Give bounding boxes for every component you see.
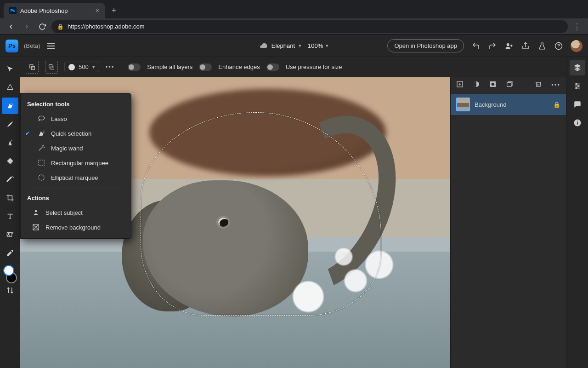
lock-icon[interactable]: 🔒	[553, 101, 560, 108]
quick-selection-icon	[37, 129, 45, 138]
subtract-from-selection-icon[interactable]	[45, 61, 58, 74]
more-options-icon[interactable]: •••	[106, 63, 115, 70]
color-swatches[interactable]	[2, 265, 18, 283]
svg-point-17	[43, 131, 44, 132]
rail-properties-icon[interactable]	[570, 78, 585, 94]
remove-bg-icon	[32, 223, 40, 231]
sample-all-layers-toggle[interactable]	[128, 63, 141, 71]
svg-point-10	[13, 178, 14, 178]
zoom-control[interactable]: 100% ▾	[308, 42, 328, 49]
rect-marquee-icon	[37, 159, 45, 167]
flyout-header: Selection tools	[21, 97, 131, 111]
svg-point-6	[11, 104, 12, 104]
svg-point-35	[576, 87, 577, 89]
svg-point-7	[12, 104, 13, 105]
invite-icon[interactable]	[504, 41, 514, 51]
foreground-swatch[interactable]	[3, 265, 14, 276]
add-layer-icon[interactable]	[456, 80, 464, 89]
beaker-icon[interactable]	[537, 41, 547, 51]
layers-panel-toolbar: •••	[451, 76, 566, 94]
fill-tool[interactable]	[2, 153, 18, 169]
panel-more-icon[interactable]: •••	[551, 81, 560, 88]
clone-stamp-tool[interactable]	[2, 134, 18, 151]
url-text: https://photoshop.adobe.com	[68, 23, 145, 30]
swap-colors-icon[interactable]	[2, 284, 18, 296]
url-bar[interactable]: 🔒 https://photoshop.adobe.com	[51, 20, 568, 33]
enhance-edges-toggle[interactable]	[199, 63, 212, 71]
fly-item-remove-background[interactable]: Remove background	[21, 220, 131, 235]
fly-label: Remove background	[45, 224, 101, 231]
undo-button[interactable]	[471, 41, 481, 51]
back-button[interactable]	[5, 20, 17, 33]
transform-tool[interactable]	[2, 79, 18, 96]
svg-point-8	[11, 140, 12, 141]
adjustment-layer-icon[interactable]	[473, 80, 480, 89]
healing-tool[interactable]	[2, 171, 18, 188]
type-tool[interactable]	[2, 208, 18, 224]
close-tab-icon[interactable]: ×	[96, 7, 99, 14]
help-icon[interactable]	[554, 41, 563, 51]
new-tab-button[interactable]: +	[107, 4, 120, 17]
fly-label: Rectangular marquee	[51, 160, 108, 167]
brush-size-control[interactable]: 500 ▾	[64, 62, 99, 72]
reload-button[interactable]	[36, 20, 49, 33]
check-icon: ✔	[25, 130, 32, 137]
flyout-header-actions: Actions	[21, 191, 131, 205]
forward-button[interactable]	[20, 20, 33, 33]
document-name[interactable]: Elephant ▾	[260, 42, 301, 50]
avatar[interactable]	[571, 40, 582, 52]
move-tool[interactable]	[2, 61, 18, 77]
browser-menu-button[interactable]: ⋮	[571, 22, 583, 32]
layer-row-background[interactable]: Background 🔒	[451, 94, 566, 115]
group-icon[interactable]	[506, 80, 513, 89]
cloud-icon	[260, 42, 268, 50]
fly-label: Magic wand	[51, 145, 83, 152]
fly-item-quick-selection[interactable]: ✔ Quick selection	[21, 126, 131, 141]
browser-toolbar: 🔒 https://photoshop.adobe.com ⋮	[0, 18, 588, 35]
eyedropper-tool[interactable]	[2, 245, 18, 261]
rail-comments-icon[interactable]	[570, 97, 585, 112]
fly-item-magic-wand[interactable]: ✔ Magic wand	[21, 141, 131, 155]
layer-name: Background	[475, 101, 506, 108]
hamburger-menu-button[interactable]	[47, 40, 58, 52]
tab-title: Adobe Photoshop	[20, 7, 68, 14]
right-rail	[566, 57, 588, 368]
fly-item-select-subject[interactable]: Select subject	[21, 205, 131, 220]
browser-tab[interactable]: Ps Adobe Photoshop ×	[4, 3, 105, 18]
layer-thumb	[456, 98, 470, 111]
open-in-app-button[interactable]: Open in Photoshop app	[387, 39, 464, 52]
mask-icon[interactable]	[489, 80, 497, 89]
svg-marker-5	[7, 84, 13, 89]
tool-options-bar: 500 ▾ ••• Sample all layers Enhance edge…	[20, 57, 566, 77]
ellipse-marquee-icon	[37, 173, 45, 182]
fly-label: Quick selection	[51, 130, 91, 137]
add-to-selection-icon[interactable]	[26, 61, 39, 74]
quick-selection-tool[interactable]	[2, 98, 18, 114]
redo-button[interactable]	[488, 41, 497, 51]
place-image-tool[interactable]	[2, 226, 18, 243]
use-pressure-toggle[interactable]	[266, 63, 279, 71]
ps-logo-icon[interactable]: Ps	[6, 40, 18, 52]
fly-item-rect-marquee[interactable]: ✔ Rectangular marquee	[21, 155, 131, 170]
layers-panel: Layers ••• Background 🔒	[450, 57, 566, 368]
svg-rect-29	[507, 83, 511, 87]
rail-layers-icon[interactable]	[570, 60, 585, 75]
lasso-icon	[37, 115, 45, 123]
sample-all-layers-label: Sample all layers	[147, 63, 192, 70]
svg-rect-11	[7, 233, 12, 237]
browser-tab-strip: Ps Adobe Photoshop × +	[0, 0, 588, 18]
fly-item-lasso[interactable]: ✔ Lasso	[21, 111, 131, 126]
tool-bar	[0, 57, 20, 368]
brush-tool[interactable]	[2, 116, 18, 132]
crop-tool[interactable]	[2, 190, 18, 206]
fly-item-ellipse-marquee[interactable]: ✔ Elliptical marquee	[21, 170, 131, 185]
select-subject-icon	[32, 208, 40, 217]
selection-tools-flyout: Selection tools ✔ Lasso ✔ Quick selectio…	[20, 93, 131, 239]
svg-point-18	[44, 132, 45, 132]
share-icon[interactable]	[521, 41, 530, 51]
fly-label: Elliptical marquee	[51, 174, 98, 181]
svg-point-28	[492, 83, 495, 86]
delete-layer-icon[interactable]	[535, 80, 542, 89]
app-header: Ps (Beta) Elephant ▾ 100% ▾ Open in Phot…	[0, 35, 588, 57]
rail-info-icon[interactable]	[570, 115, 585, 131]
